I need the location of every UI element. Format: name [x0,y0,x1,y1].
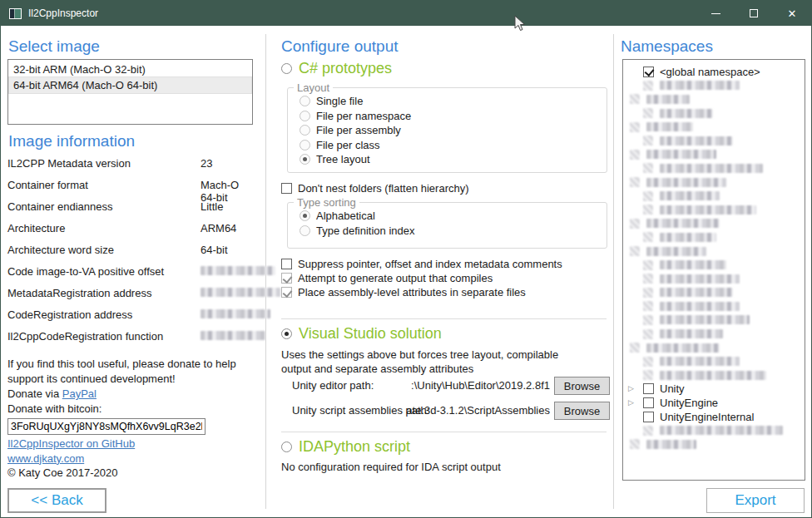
namespace-row-redacted [623,423,805,437]
info-row: IL2CPP Metadata version23 [7,157,257,179]
namespace-row-redacted [623,286,805,300]
csharp-prototypes-radio[interactable]: C# prototypes [281,60,392,77]
radio-icon [281,328,292,339]
redacted-checkbox [630,177,640,187]
close-button[interactable]: ✕ [773,1,811,26]
namespace-row-redacted [623,79,805,93]
namespace-label: <global namespace> [660,66,760,78]
namespaces-tree: <global namespace> ▷ Unity ▷ UnityEngine… [622,59,805,481]
info-row: Container endiannessLittle [7,200,257,222]
namespace-redacted-group [623,423,805,451]
namespace-item-unityengineinternal[interactable]: UnityEngineInternal [623,410,805,424]
redacted-checkbox [643,232,653,242]
donate-text-line2: support its continued development! [7,372,257,387]
bitcoin-address-input[interactable] [7,418,205,435]
namespaces-panel: Namespaces <global namespace> ▷ Unity ▷ … [613,26,812,518]
layout-groupbox: Layout Single file File per namespace Fi… [287,87,607,173]
compilable-output-checkbox: Attempt to generate output that compiles [281,271,562,285]
checkbox-icon [643,67,654,77]
donate-via-text: Donate via [7,387,62,400]
info-row: Container formatMach-O 64-bit [7,179,257,200]
radio-type-definition-index: Type definition index [300,224,607,237]
unity-editor-path-label: Unity editor path: [292,379,374,392]
redacted-text [646,440,696,449]
section-divider [281,432,607,432]
image-list-item[interactable]: 32-bit ARM (Mach-O 32-bit) [9,62,251,77]
checkbox-icon [643,397,654,408]
namespace-item-unity[interactable]: ▷ Unity [623,382,805,397]
minimize-button[interactable] [696,1,735,26]
flatten-hierarchy-checkbox[interactable]: Don't nest folders (flatten hierarchy) [281,182,469,195]
radio-icon [300,96,310,106]
info-row: ArchitectureARM64 [7,222,257,244]
bitcoin-label: Donate with bitcoin: [7,402,257,417]
redacted-checkbox [643,357,653,367]
redacted-text [646,178,726,187]
window-title: Il2CppInspector [28,7,98,19]
github-link[interactable]: Il2CppInspector on GitHub [7,437,135,450]
maximize-button[interactable] [735,1,773,26]
visual-studio-radio[interactable]: Visual Studio solution [281,325,442,343]
suppress-comments-checkbox[interactable]: Suppress pointer, offset and index metad… [281,257,562,271]
redacted-checkbox [643,260,653,270]
minimize-icon [711,13,720,14]
namespace-row-redacted [623,230,805,244]
back-button[interactable]: << Back [7,488,106,513]
paypal-link[interactable]: PayPal [62,387,97,400]
info-value: 64-bit [201,244,228,256]
info-row: MetadataRegistration address [7,287,257,308]
radio-icon [300,125,310,136]
unity-editor-path-value[interactable]: :\Unity\Hub\Editor\2019.2.8f1 [411,379,550,392]
namespaces-heading: Namespaces [621,37,713,56]
redacted-text [660,164,763,173]
info-row: Architecture word size64-bit [7,244,257,265]
copyright-text: © Katy Coe 2017-2020 [7,466,135,481]
redacted-checkbox [643,191,653,201]
website-link[interactable]: www.djkaty.com [7,452,84,465]
image-list-item-selected[interactable]: 64-bit ARM64 (Mach-O 64-bit) [9,77,251,93]
image-info-table: IL2CPP Metadata version23 Container form… [7,157,257,352]
script-assemblies-path-value[interactable]: ate.3d-3.1.2\ScriptAssemblies [406,404,550,417]
browse-editor-button[interactable]: Browse [554,377,610,395]
app-icon [9,8,22,19]
namespace-row-redacted [623,203,805,217]
checkbox-icon [281,287,292,298]
redacted-checkbox [630,439,640,449]
redacted-checkbox [630,219,640,229]
redacted-text [660,426,783,435]
radio-icon [300,140,310,150]
redacted-checkbox [643,274,653,284]
expander-icon[interactable]: ▷ [628,385,634,392]
radio-alphabetical: Alphabetical [300,210,607,222]
browse-assemblies-button[interactable]: Browse [554,402,610,420]
idapython-radio[interactable]: IDAPython script [281,438,410,456]
radio-icon [281,442,292,452]
redacted-checkbox [643,108,653,118]
namespace-label: UnityEngine [660,397,718,409]
namespace-item-global[interactable]: <global namespace> [623,65,805,79]
redacted-checkbox [643,329,653,339]
radio-icon [300,154,310,165]
checkbox-icon [643,383,654,394]
namespace-row-redacted [623,437,805,451]
namespace-item-unityengine[interactable]: ▷ UnityEngine [623,396,805,410]
output-checkbox-list: Suppress pointer, offset and index metad… [281,257,562,299]
redacted-checkbox [630,94,640,104]
expander-icon[interactable]: ▷ [628,399,634,407]
redacted-text [646,247,706,256]
script-assemblies-path-row: Unity script assemblies path: ate.3d-3.1… [292,402,610,420]
maximize-icon [750,9,758,17]
radio-icon [300,210,310,221]
idapython-label: IDAPython script [299,438,410,456]
mouse-cursor [514,15,526,32]
export-button[interactable]: Export [706,488,805,513]
namespace-row-redacted [623,244,805,259]
redacted-checkbox [630,122,640,132]
info-value: Little [201,200,223,213]
image-info-heading: Image information [8,132,135,150]
redacted-text [660,329,723,338]
left-panel: Select image 32-bit ARM (Mach-O 32-bit) … [1,26,265,518]
namespace-row-redacted [623,217,805,231]
namespace-row-redacted [623,148,805,162]
radio-icon [281,63,292,74]
